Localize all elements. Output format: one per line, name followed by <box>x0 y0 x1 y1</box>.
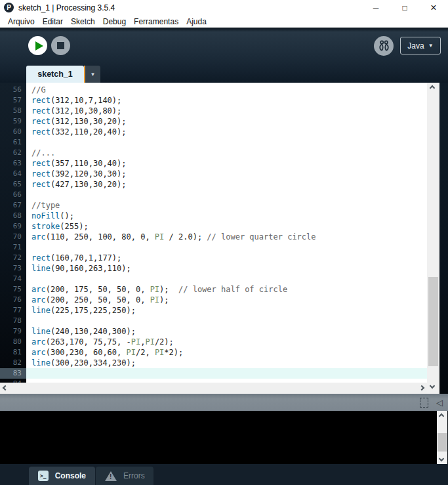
toolbar: Java ▼ sketch_1 ▼ <box>0 28 448 83</box>
code-line-73[interactable]: line(90,160,263,110); <box>26 263 427 274</box>
line-number: 68 <box>0 211 26 221</box>
line-number: 83 <box>0 368 26 379</box>
chevron-down-icon: ▼ <box>91 72 96 77</box>
code-line-60[interactable]: rect(332,110,20,40); <box>26 127 427 137</box>
debug-butterfly-icon <box>378 39 390 53</box>
play-icon <box>35 41 43 51</box>
code-line-62[interactable]: //... <box>26 148 427 158</box>
code-line-67[interactable]: //type <box>26 200 427 211</box>
code-line-72[interactable]: rect(160,70,1,177); <box>26 253 427 263</box>
line-number: 81 <box>0 347 26 358</box>
run-button[interactable] <box>28 36 47 55</box>
code-line-65[interactable]: rect(427,130,30,20); <box>26 179 427 190</box>
code-line-78[interactable] <box>26 316 427 326</box>
line-number: 66 <box>0 190 26 200</box>
vertical-scroll-thumb[interactable] <box>428 277 438 366</box>
code-line-71[interactable] <box>26 242 427 253</box>
line-number: 65 <box>0 179 26 190</box>
code-line-57[interactable]: rect(312,10,7,140); <box>26 95 427 106</box>
menu-bar: ArquivoEditarSketchDebugFerramentasAjuda <box>0 15 448 28</box>
tab-dropdown-button[interactable]: ▼ <box>85 66 100 83</box>
code-line-66[interactable] <box>26 190 427 200</box>
code-line-61[interactable] <box>26 137 427 148</box>
code-line-83[interactable] <box>26 368 427 379</box>
code-line-76[interactable]: arc(200, 250, 50, 50, 0, PI); <box>26 295 427 305</box>
code-line-69[interactable]: stroke(255); <box>26 221 427 232</box>
editor-horizontal-scrollbar[interactable] <box>0 383 427 394</box>
warning-icon: ! <box>105 471 117 481</box>
mode-label: Java <box>407 41 424 51</box>
line-number: 79 <box>0 326 26 337</box>
title-bar: P sketch_1 | Processing 3.5.4 ─ □ × <box>0 0 448 15</box>
code-line-80[interactable]: arc(263,170, 75,75, -PI,PI/2); <box>26 337 427 347</box>
scroll-left-arrow[interactable] <box>3 385 8 390</box>
footer-tab-bar: >_ Console ! Errors <box>0 464 448 485</box>
collapse-console-icon[interactable]: ◁ <box>436 398 443 407</box>
code-area[interactable]: //Grect(312,10,7,140);rect(312,10,30,80)… <box>26 83 427 383</box>
code-line-79[interactable]: line(240,130,240,300); <box>26 326 427 337</box>
menu-item-ajuda[interactable]: Ajuda <box>182 17 211 26</box>
tab-sketch-1[interactable]: sketch_1 <box>26 66 84 83</box>
console-tab-label: Console <box>55 471 86 480</box>
console-output[interactable] <box>0 411 437 464</box>
line-number: 64 <box>0 169 26 179</box>
scroll-down-arrow[interactable] <box>430 383 435 389</box>
line-number: 69 <box>0 221 26 232</box>
scroll-up-arrow[interactable] <box>439 413 444 419</box>
code-line-70[interactable]: arc(110, 250, 100, 80, 0, PI / 2.0); // … <box>26 232 427 242</box>
line-number: 80 <box>0 337 26 347</box>
menu-item-ferramentas[interactable]: Ferramentas <box>130 17 182 26</box>
line-number: 82 <box>0 358 26 368</box>
line-number: 72 <box>0 253 26 263</box>
debug-button[interactable] <box>374 36 394 56</box>
line-number: 70 <box>0 232 26 242</box>
code-line-81[interactable]: arc(300,230, 60,60, PI/2, PI*2); <box>26 347 427 358</box>
line-number: 61 <box>0 137 26 148</box>
window-title: sketch_1 | Processing 3.5.4 <box>18 3 115 12</box>
editor-right-frame <box>439 83 448 394</box>
scroll-right-arrow[interactable] <box>419 385 424 390</box>
scroll-up-arrow[interactable] <box>430 85 435 91</box>
menu-item-debug[interactable]: Debug <box>99 17 130 26</box>
code-line-74[interactable] <box>26 274 427 284</box>
menu-item-sketch[interactable]: Sketch <box>67 17 99 26</box>
line-number: 62 <box>0 148 26 158</box>
line-number: 60 <box>0 127 26 137</box>
line-number: 74 <box>0 274 26 284</box>
detach-console-icon[interactable] <box>420 398 428 408</box>
code-line-58[interactable]: rect(312,10,30,80); <box>26 106 427 116</box>
terminal-icon: >_ <box>38 471 49 481</box>
console-scroll-thumb[interactable] <box>438 433 447 452</box>
code-line-82[interactable]: line(300,230,334,230); <box>26 358 427 368</box>
chevron-down-icon: ▼ <box>428 43 434 49</box>
line-number: 75 <box>0 284 26 295</box>
tab-errors[interactable]: ! Errors <box>96 467 153 485</box>
errors-tab-label: Errors <box>123 471 145 480</box>
message-bar: ◁ <box>0 394 448 411</box>
minimize-button[interactable]: ─ <box>361 0 390 15</box>
processing-logo-icon: P <box>4 3 14 12</box>
line-number: 56 <box>0 85 26 95</box>
code-line-59[interactable]: rect(312,130,30,20); <box>26 116 427 127</box>
line-number: 76 <box>0 295 26 305</box>
line-number: 59 <box>0 116 26 127</box>
line-number: 58 <box>0 106 26 116</box>
code-line-75[interactable]: arc(200, 175, 50, 50, 0, PI); // lower h… <box>26 284 427 295</box>
code-line-77[interactable]: line(225,175,225,250); <box>26 305 427 316</box>
console-scrollbar[interactable] <box>437 411 447 464</box>
tab-console[interactable]: >_ Console <box>29 467 95 485</box>
code-line-63[interactable]: rect(357,110,30,40); <box>26 158 427 169</box>
maximize-button[interactable]: □ <box>390 0 419 15</box>
mode-selector[interactable]: Java ▼ <box>400 37 441 54</box>
menu-item-editar[interactable]: Editar <box>39 17 67 26</box>
scroll-down-arrow[interactable] <box>439 456 444 461</box>
code-line-68[interactable]: noFill(); <box>26 211 427 221</box>
processing-window: P sketch_1 | Processing 3.5.4 ─ □ × Arqu… <box>0 0 448 485</box>
code-line-64[interactable]: rect(392,120,30,30); <box>26 169 427 179</box>
editor-vertical-scrollbar[interactable] <box>427 83 439 394</box>
menu-item-arquivo[interactable]: Arquivo <box>4 17 39 26</box>
code-line-56[interactable]: //G <box>26 85 427 95</box>
line-number: 71 <box>0 242 26 253</box>
stop-button[interactable] <box>51 36 70 55</box>
close-button[interactable]: × <box>419 0 448 15</box>
